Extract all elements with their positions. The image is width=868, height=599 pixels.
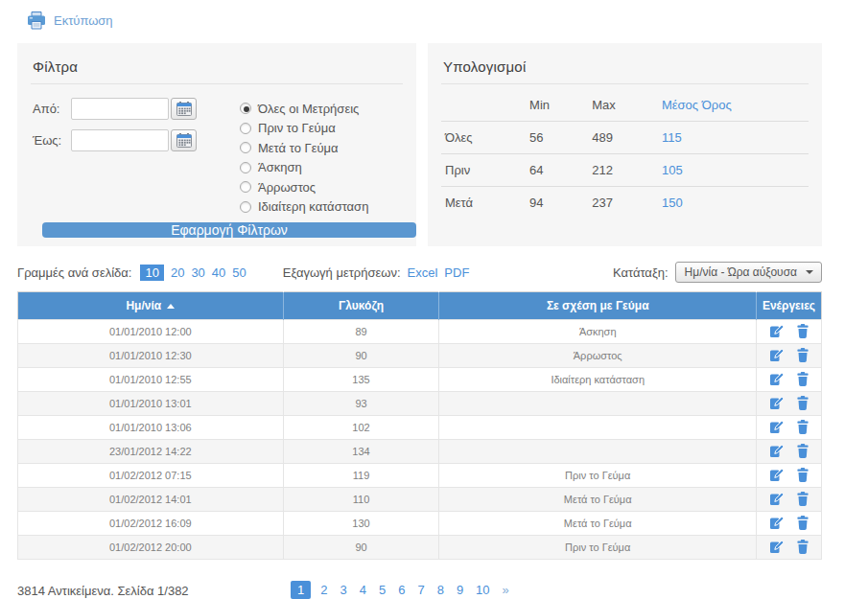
delete-button[interactable] [797,540,809,556]
edit-button[interactable] [769,540,785,556]
cell-actions [756,344,821,368]
cell-date: 01/02/2012 07:15 [18,464,284,488]
sort-control: Κατάταξη: Ημ/νία - Ώρα αύξουσα [613,262,822,283]
cell-actions [756,488,821,512]
delete-button[interactable] [797,468,809,484]
table-row: 01/01/2010 12:30 90 Άρρωστος [18,344,822,368]
delete-button[interactable] [797,372,809,388]
table-row: 01/02/2012 14:01 110 Μετά το Γεύμα [18,488,822,512]
calc-avg-value: 115 [658,122,809,154]
calc-max-value: 237 [588,187,658,219]
delete-button[interactable] [797,492,809,508]
edit-button[interactable] [769,468,785,484]
column-header-date[interactable]: Ημ/νία [18,292,284,320]
radio-icon [240,142,251,153]
delete-button[interactable] [797,396,809,412]
calc-row: Πριν 64 212 105 [441,154,809,187]
page-link[interactable]: 5 [379,583,386,597]
cell-glucose: 90 [283,536,439,560]
page-link[interactable]: 8 [437,583,444,597]
date-fields: Από: [31,98,240,217]
to-date-input[interactable] [71,129,169,151]
apply-filters-button[interactable]: Εφαρμογή Φίλτρων [42,222,416,238]
measurement-radio[interactable]: Μετά το Γεύμα [240,138,403,158]
calc-avg-value: 105 [658,154,809,187]
per-page-option[interactable]: 50 [232,265,246,280]
measurement-radio[interactable]: Ιδιαίτερη κατάσταση [240,197,403,218]
measurement-radio[interactable]: Πριν το Γεύμα [240,119,403,139]
to-calendar-button[interactable] [171,129,197,151]
from-date-input[interactable] [71,98,169,120]
page-link[interactable]: 3 [340,583,346,597]
calc-min-value: 94 [526,187,588,219]
measurements-table: Ημ/νία Γλυκόζη Σε σχέση με Γεύμα Ενέργει… [17,291,822,560]
cell-glucose: 93 [283,392,439,416]
delete-button[interactable] [797,444,809,460]
edit-button[interactable] [769,516,785,532]
edit-button[interactable] [769,324,785,340]
per-page-label: Γραμμές ανά σελίδα: [17,265,131,280]
page-link[interactable]: 2 [320,583,327,597]
trash-icon [797,444,809,458]
edit-icon [769,540,785,554]
edit-button[interactable] [769,492,785,508]
export-link[interactable]: Excel [408,265,438,280]
measurement-radio[interactable]: Άσκηση [240,158,403,178]
next-page-link[interactable]: » [503,583,509,597]
cell-date: 01/01/2010 12:00 [18,320,284,344]
page-link[interactable]: 7 [417,583,424,597]
filters-panel: Φίλτρα Από: [17,43,416,246]
table-row: 01/01/2010 12:55 135 Ιδιαίτερη κατάσταση [18,368,822,392]
sort-selected-value: Ημ/νία - Ώρα αύξουσα [685,265,797,279]
cell-date: 01/01/2010 12:55 [18,368,284,392]
measurement-radio[interactable]: Όλες οι Μετρήσεις [240,99,403,119]
page-link[interactable]: 6 [398,583,405,597]
measurement-radio[interactable]: Άρρωστος [240,177,403,197]
edit-button[interactable] [769,444,785,460]
per-page-option[interactable]: 10 [140,265,163,281]
column-header-meal[interactable]: Σε σχέση με Γεύμα [439,292,757,320]
delete-button[interactable] [797,516,809,532]
edit-icon [769,444,785,458]
trash-icon [797,324,809,338]
edit-icon [769,468,785,482]
cell-actions [756,320,821,344]
per-page-option[interactable]: 20 [171,265,184,280]
delete-button[interactable] [797,348,809,364]
cell-glucose: 110 [283,488,439,512]
export-label: Εξαγωγή μετρήσεων: [283,265,401,280]
page-link[interactable]: 9 [457,583,463,597]
from-calendar-button[interactable] [171,98,197,120]
edit-icon [769,492,785,506]
page-link[interactable]: 4 [360,583,366,597]
cell-glucose: 134 [283,440,439,464]
edit-button[interactable] [769,420,785,436]
per-page-option[interactable]: 30 [191,265,204,280]
export-link[interactable]: PDF [444,265,469,280]
edit-icon [769,420,785,434]
cell-date: 01/01/2010 12:30 [18,344,284,368]
per-page-option[interactable]: 40 [212,265,225,280]
edit-button[interactable] [769,348,785,364]
calculations-table: Min Max Μέσος Όρος Όλες 56 489 115 [441,88,809,219]
calc-row: Μετά 94 237 150 [441,187,809,219]
delete-button[interactable] [797,324,809,340]
page-link[interactable]: 10 [476,583,489,597]
print-button[interactable]: Εκτύπωση [27,12,113,30]
table-row: 01/02/2012 20:00 90 Πριν το Γεύμα [18,536,822,560]
page-link[interactable]: 1 [291,581,311,599]
top-panels: Φίλτρα Από: [17,43,822,246]
sort-select[interactable]: Ημ/νία - Ώρα αύξουσα [675,262,822,283]
cell-actions [756,536,821,560]
print-label: Εκτύπωση [54,13,113,28]
cell-actions [756,512,821,536]
trash-icon [797,516,809,530]
radio-icon [240,162,251,173]
delete-button[interactable] [797,420,809,436]
edit-button[interactable] [769,372,785,388]
calc-avg-value: 150 [658,187,809,219]
edit-icon [769,396,785,410]
table-row: 01/01/2010 13:06 102 [18,416,822,440]
edit-button[interactable] [769,396,785,412]
column-header-glucose[interactable]: Γλυκόζη [283,292,439,320]
